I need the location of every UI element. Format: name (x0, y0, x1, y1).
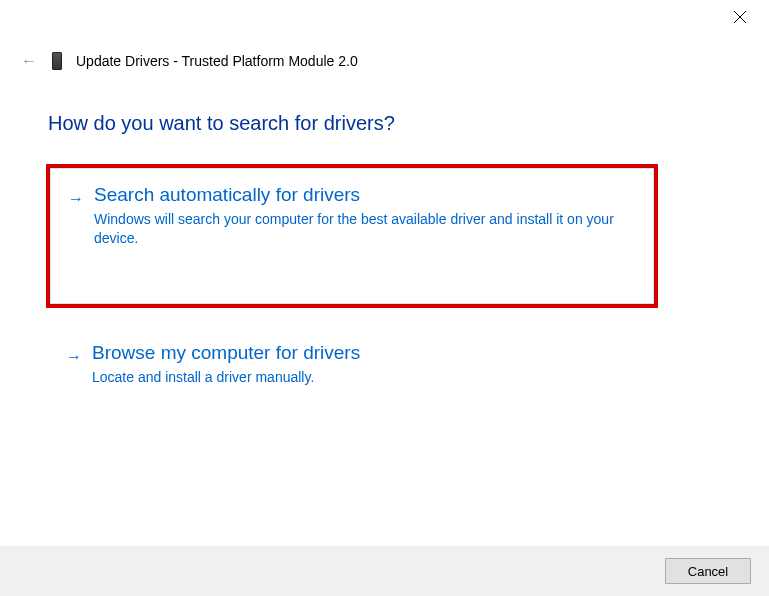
cancel-button[interactable]: Cancel (665, 558, 751, 584)
option-search-automatically[interactable]: → Search automatically for drivers Windo… (48, 166, 656, 306)
dialog-footer: Cancel (0, 546, 769, 596)
page-heading: How do you want to search for drivers? (48, 112, 395, 135)
option-title: Browse my computer for drivers (92, 342, 638, 364)
option-title: Search automatically for drivers (94, 184, 636, 206)
close-icon (733, 10, 747, 24)
device-chip-icon (52, 52, 62, 70)
option-description: Locate and install a driver manually. (92, 368, 638, 387)
header-row: ← Update Drivers - Trusted Platform Modu… (20, 52, 358, 70)
option-description: Windows will search your computer for th… (94, 210, 636, 248)
back-arrow-icon: ← (20, 52, 38, 70)
window-title: Update Drivers - Trusted Platform Module… (76, 53, 358, 69)
titlebar (0, 0, 769, 32)
option-browse-computer[interactable]: → Browse my computer for drivers Locate … (48, 326, 656, 405)
arrow-right-icon: → (66, 348, 82, 366)
close-button[interactable] (733, 10, 749, 26)
arrow-right-icon: → (68, 190, 84, 208)
